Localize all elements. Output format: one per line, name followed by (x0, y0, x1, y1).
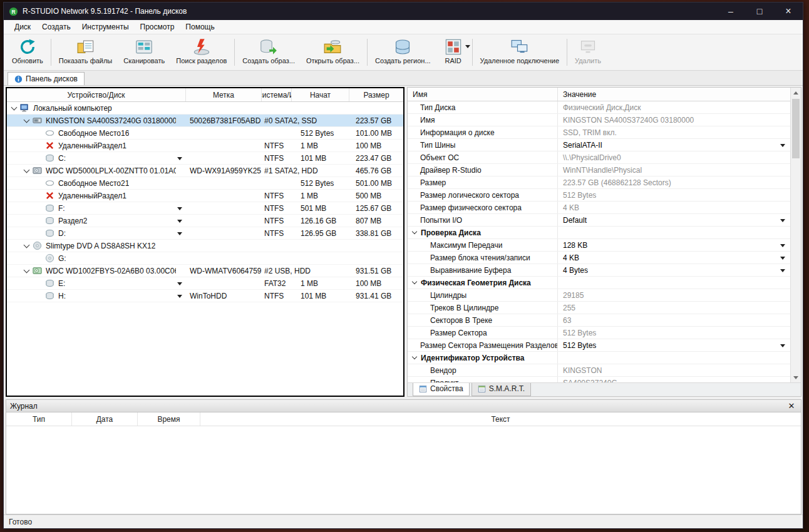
log-column-time[interactable]: Время (138, 412, 200, 426)
column-header-size[interactable]: Размер (349, 88, 403, 101)
device-row[interactable]: F:NTFS501 MB125.67 GB (7, 202, 403, 215)
menu-item-create[interactable]: Создать (36, 21, 76, 33)
volume-dropdown-icon[interactable] (177, 157, 182, 160)
log-column-type[interactable]: Тип (6, 412, 72, 426)
value-dropdown-icon[interactable] (780, 344, 785, 347)
column-header-fs[interactable]: система/И (262, 88, 292, 101)
close-button[interactable]: × (774, 3, 803, 20)
scroll-down-button[interactable] (791, 372, 801, 382)
device-row[interactable]: Свободное Место16512 Bytes101.00 MB (7, 127, 403, 140)
column-header-value[interactable]: Значение (558, 88, 790, 101)
volume-dropdown-icon[interactable] (177, 232, 182, 235)
create-image-button[interactable]: Создать образ... (237, 36, 301, 69)
device-row[interactable]: H:WinToHDDNTFS101 MB931.41 GB (7, 290, 403, 302)
property-row[interactable]: ИмяKINGSTON SA400S37240G 03180000 (408, 114, 790, 126)
device-row[interactable]: E:FAT321 MB100 MB (7, 277, 403, 290)
scrollbar-thumb[interactable] (792, 99, 800, 158)
device-row[interactable]: Свободное Место21512 Bytes501.00 MB (7, 177, 403, 190)
property-row[interactable]: ВендорKINGSTON (408, 364, 790, 377)
property-row[interactable]: Идентификатор Устройства (408, 352, 790, 364)
volume-dropdown-icon[interactable] (177, 207, 182, 210)
volume-dropdown-icon[interactable] (177, 220, 182, 223)
property-row[interactable]: Проверка Диска (408, 227, 790, 239)
search-partitions-button[interactable]: Поиск разделов (170, 36, 232, 69)
property-value-cell[interactable]: SerialATA-II (558, 139, 790, 151)
property-row[interactable]: Треков В Цилиндре255 (408, 302, 790, 314)
device-row[interactable]: KINGSTON SA400S37240G 0318000050026B7381… (7, 115, 403, 127)
device-row[interactable]: C:NTFS101 MB223.47 GB (7, 152, 403, 165)
value-dropdown-icon[interactable] (780, 144, 785, 147)
scan-button[interactable]: Сканировать (118, 36, 170, 69)
tree-expander-icon[interactable] (24, 166, 30, 173)
log-column-text[interactable]: Текст (200, 412, 801, 426)
log-column-date[interactable]: Дата (72, 412, 138, 426)
scrollbar-track[interactable] (791, 98, 801, 372)
property-row[interactable]: Размер логического сектора512 Bytes (408, 189, 790, 202)
device-row[interactable]: G: (7, 252, 403, 265)
property-row[interactable]: Размер223.57 GB (468862128 Sectors) (408, 176, 790, 189)
scroll-up-button[interactable] (791, 88, 801, 98)
property-row[interactable]: Размер блока чтения/записи4 KB (408, 252, 790, 264)
value-dropdown-icon[interactable] (780, 219, 785, 222)
titlebar[interactable]: R-STUDIO Network 9.5.191742 - Панель дис… (4, 3, 803, 20)
group-expander-icon[interactable] (412, 354, 417, 359)
property-row[interactable]: Тип ДискаФизический Диск,Диск (408, 101, 790, 114)
remote-connection-button[interactable]: Удаленное подключение (475, 36, 565, 69)
property-row[interactable]: Физическая Геометрия Диска (408, 277, 790, 289)
property-row[interactable]: Попытки I/ODefault (408, 214, 790, 227)
tab-disk-panel[interactable]: Панель дисков (8, 72, 85, 85)
property-row[interactable]: Размер Сектора Размещения Разделов512 By… (408, 339, 790, 352)
device-row[interactable]: УдаленныйРаздел1NTFS1 MB100 MB (7, 140, 403, 152)
refresh-button[interactable]: Обновить (6, 36, 49, 69)
device-row[interactable]: Локальный компьютер (7, 102, 403, 115)
property-row[interactable]: ПродуктSA400S37240G (408, 377, 790, 382)
column-header-device[interactable]: Устройство/Диск (7, 88, 186, 101)
column-header-label[interactable]: Метка (186, 88, 262, 101)
menu-item-tools[interactable]: Инструменты (76, 21, 135, 33)
property-value-cell[interactable]: 512 Bytes (558, 339, 790, 351)
show-files-button[interactable]: Показать файлы (53, 36, 118, 69)
menu-item-help[interactable]: Помощь (180, 21, 220, 33)
group-expander-icon[interactable] (412, 229, 417, 234)
raid-button[interactable]: RAID (436, 36, 470, 69)
tree-expander-icon[interactable] (24, 267, 30, 273)
property-row[interactable]: Объект ОС\\.\PhysicalDrive0 (408, 151, 790, 164)
column-header-name[interactable]: Имя (408, 88, 558, 101)
tree-expander-icon[interactable] (11, 104, 18, 110)
property-value-cell[interactable]: Default (558, 214, 790, 226)
property-row[interactable]: Выравнивание Буфера4 Bytes (408, 264, 790, 277)
device-row[interactable]: Раздел2NTFS126.16 GB807 MB (7, 215, 403, 227)
properties-scrollbar[interactable] (790, 88, 801, 382)
property-row[interactable]: Размер физического сектора4 KB (408, 202, 790, 214)
device-row[interactable]: Slimtype DVD A DS8A8SH KX12 (7, 240, 403, 252)
property-row[interactable]: Информация о дискеSSD, TRIM вкл. (408, 126, 790, 139)
group-expander-icon[interactable] (412, 279, 417, 284)
tab-properties[interactable]: Свойства (413, 383, 470, 396)
device-row[interactable]: D:NTFS126.95 GB338.81 GB (7, 227, 403, 240)
volume-dropdown-icon[interactable] (177, 282, 182, 285)
tree-expander-icon[interactable] (24, 242, 30, 248)
menu-item-view[interactable]: Просмотр (135, 21, 180, 33)
property-value-cell[interactable]: 4 Bytes (558, 264, 790, 276)
property-value-cell[interactable]: 4 KB (558, 252, 790, 263)
property-row[interactable]: Тип ШиныSerialATA-II (408, 139, 790, 151)
tree-expander-icon[interactable] (24, 116, 30, 123)
device-row[interactable]: WDC WD5000LPLX-00ZNTT0 01.01A01WD-WX91A9… (7, 165, 403, 177)
value-dropdown-icon[interactable] (780, 244, 785, 247)
create-region-button[interactable]: Создать регион... (369, 36, 436, 69)
column-header-start[interactable]: Начат (292, 88, 349, 101)
menu-item-disk[interactable]: Диск (9, 21, 36, 33)
property-value-cell[interactable]: 128 KB (558, 239, 790, 251)
open-image-button[interactable]: Открыть образ... (301, 36, 365, 69)
property-row[interactable]: Драйвер R-StudioWinNT\Handle\Physical (408, 164, 790, 176)
device-row[interactable]: УдаленныйРаздел1NTFS1 MB500 MB (7, 190, 403, 202)
log-close-button[interactable]: ✕ (786, 401, 797, 411)
property-row[interactable]: Максимум Передачи128 KB (408, 239, 790, 252)
value-dropdown-icon[interactable] (780, 257, 785, 260)
tab-smart[interactable]: S.M.A.R.T. (471, 383, 531, 396)
maximize-button[interactable]: □ (745, 3, 774, 20)
device-row[interactable]: WDC WD1002FBYS-02A6B0 03.00C06WD-WMATV60… (7, 265, 403, 277)
minimize-button[interactable]: – (716, 3, 745, 20)
property-row[interactable]: Цилиндры29185 (408, 289, 790, 302)
volume-dropdown-icon[interactable] (177, 295, 182, 298)
